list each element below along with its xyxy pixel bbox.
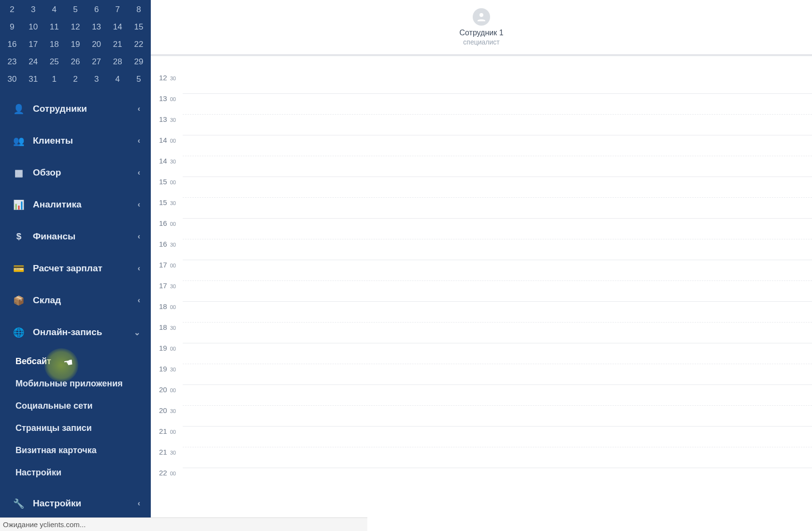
time-label: 13 30 — [151, 114, 183, 123]
sidebar-subitem-3[interactable]: Страницы записи — [0, 417, 151, 439]
calendar-day[interactable]: 14 — [108, 22, 127, 32]
time-slot[interactable]: 18 00 — [151, 301, 812, 322]
time-slot[interactable]: 19 30 — [151, 364, 812, 384]
card-icon: 💳 — [14, 263, 24, 274]
calendar-day[interactable]: 7 — [108, 5, 127, 15]
slot-line — [183, 405, 812, 426]
sidebar-item-label: Онлайн-запись — [33, 327, 102, 338]
calendar-day[interactable]: 25 — [45, 57, 63, 67]
time-slot[interactable]: 16 00 — [151, 218, 812, 239]
sidebar-subitem-5[interactable]: Настройки — [0, 461, 151, 484]
calendar-day[interactable]: 2 — [3, 5, 21, 15]
slot-line — [183, 114, 812, 135]
time-label: 19 00 — [151, 343, 183, 352]
sidebar-item-7[interactable]: 🌐Онлайн-запись⌄ — [0, 316, 151, 348]
time-slot[interactable]: 16 30 — [151, 239, 812, 260]
calendar-day[interactable]: 3 — [87, 74, 106, 84]
time-slot[interactable]: 15 30 — [151, 197, 812, 218]
slot-line — [183, 384, 812, 405]
sidebar-item-3[interactable]: 📊Аналитика‹ — [0, 189, 151, 221]
time-slot[interactable]: 13 00 — [151, 93, 812, 114]
calendar-day[interactable]: 10 — [24, 22, 43, 32]
calendar-day[interactable]: 30 — [3, 74, 21, 84]
time-slot[interactable]: 17 30 — [151, 280, 812, 301]
calendar-day[interactable]: 23 — [3, 57, 21, 67]
calendar-day[interactable]: 11 — [45, 22, 63, 32]
calendar-day[interactable]: 9 — [3, 22, 21, 32]
time-slot[interactable]: 20 30 — [151, 405, 812, 426]
time-slot[interactable]: 20 00 — [151, 384, 812, 405]
calendar-day[interactable]: 26 — [66, 57, 85, 67]
sidebar-item-label: Склад — [33, 295, 61, 306]
calendar-day[interactable]: 29 — [130, 57, 148, 67]
calendar-day[interactable]: 13 — [87, 22, 106, 32]
calendar-day[interactable]: 28 — [108, 57, 127, 67]
dollar-icon: $ — [14, 231, 24, 242]
sidebar-item-0[interactable]: 👤Сотрудники‹ — [0, 93, 151, 125]
sidebar-item-8[interactable]: 🔧Настройки‹ — [0, 487, 151, 519]
chevron-left-icon: ‹ — [138, 296, 140, 305]
slot-line — [183, 364, 812, 384]
time-slot[interactable]: 21 00 — [151, 426, 812, 447]
sidebar-item-1[interactable]: 👥Клиенты‹ — [0, 125, 151, 157]
calendar-day[interactable]: 4 — [45, 5, 63, 15]
sidebar-item-label: Настройки — [33, 498, 81, 509]
calendar-day[interactable]: 17 — [24, 40, 43, 49]
sidebar-item-6[interactable]: 📦Склад‹ — [0, 284, 151, 316]
sidebar-item-5[interactable]: 💳Расчет зарплат‹ — [0, 252, 151, 284]
time-slot[interactable]: 15 00 — [151, 177, 812, 197]
chevron-left-icon: ‹ — [138, 168, 140, 177]
slot-line — [183, 218, 812, 239]
calendar-day[interactable]: 20 — [87, 40, 106, 49]
calendar-day[interactable]: 19 — [66, 40, 85, 49]
sidebar-item-4[interactable]: $Финансы‹ — [0, 221, 151, 252]
calendar-day[interactable]: 21 — [108, 40, 127, 49]
slot-line — [183, 447, 812, 468]
sidebar-subitem-4[interactable]: Визитная карточка — [0, 439, 151, 461]
calendar-day[interactable]: 3 — [24, 5, 43, 15]
slot-line — [183, 280, 812, 301]
time-label: 20 30 — [151, 405, 183, 414]
calendar-day[interactable]: 22 — [130, 40, 148, 49]
time-label: 16 30 — [151, 239, 183, 248]
slot-line — [183, 177, 812, 197]
calendar-day[interactable]: 16 — [3, 40, 21, 49]
time-label: 22 00 — [151, 468, 183, 477]
calendar-day[interactable]: 5 — [66, 5, 85, 15]
staff-avatar-icon[interactable] — [473, 8, 490, 26]
time-slot[interactable]: 14 30 — [151, 156, 812, 177]
calendar-day[interactable]: 12 — [66, 22, 85, 32]
calendar-day[interactable]: 18 — [45, 40, 63, 49]
time-slot[interactable]: 12 30 — [151, 73, 812, 93]
time-slot[interactable]: 19 00 — [151, 343, 812, 364]
time-label: 12 30 — [151, 73, 183, 82]
status-text: Ожидание yclients.com... — [3, 520, 86, 529]
time-slot[interactable]: 13 30 — [151, 114, 812, 135]
time-label: 21 30 — [151, 447, 183, 456]
time-slot[interactable]: 14 00 — [151, 135, 812, 156]
mini-calendar[interactable]: 2345678910111213141516171819202122232425… — [0, 0, 151, 93]
sidebar-subitem-1[interactable]: Мобильные приложения — [0, 372, 151, 395]
calendar-day[interactable]: 5 — [130, 74, 148, 84]
calendar-day[interactable]: 8 — [130, 5, 148, 15]
calendar-day[interactable]: 27 — [87, 57, 106, 67]
calendar-day[interactable]: 6 — [87, 5, 106, 15]
time-label: 14 30 — [151, 156, 183, 165]
calendar-day[interactable]: 2 — [66, 74, 85, 84]
sidebar-item-2[interactable]: ▦Обзор‹ — [0, 157, 151, 189]
sidebar-subitem-2[interactable]: Социальные сети — [0, 395, 151, 417]
calendar-day[interactable]: 24 — [24, 57, 43, 67]
time-slot[interactable]: 17 00 — [151, 260, 812, 280]
time-label: 17 30 — [151, 280, 183, 290]
calendar-day[interactable]: 4 — [108, 74, 127, 84]
calendar-day[interactable]: 31 — [24, 74, 43, 84]
time-slot[interactable]: 18 30 — [151, 322, 812, 343]
sidebar-subitem-0[interactable]: Вебсайт — [0, 350, 151, 372]
schedule-grid[interactable]: 12 3013 0013 3014 0014 3015 0015 3016 00… — [151, 56, 812, 488]
calendar-day[interactable]: 1 — [45, 74, 63, 84]
time-slot[interactable]: 21 30 — [151, 447, 812, 468]
time-slot[interactable]: 22 00 — [151, 468, 812, 488]
chevron-left-icon: ‹ — [138, 499, 140, 508]
chevron-left-icon: ‹ — [138, 264, 140, 273]
calendar-day[interactable]: 15 — [130, 22, 148, 32]
